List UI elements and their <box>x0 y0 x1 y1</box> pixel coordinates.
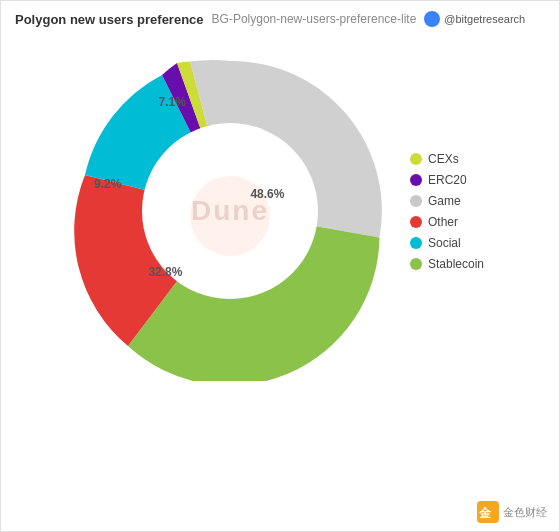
legend-item-erc20: ERC20 <box>410 173 500 187</box>
svg-point-1 <box>190 176 270 256</box>
donut-svg <box>60 41 400 381</box>
legend-color-social <box>410 237 422 249</box>
footer-text: 金色财经 <box>503 505 547 520</box>
legend-item-stablecoin: Stablecoin <box>410 257 500 271</box>
legend-color-game <box>410 195 422 207</box>
chart-area: Dune 48.6% 32.8% 9.2% 7.1% CEXsERC20Game… <box>1 31 559 391</box>
account-label: @bitgetresearch <box>444 13 525 25</box>
legend-color-cexs <box>410 153 422 165</box>
chart-legend: CEXsERC20GameOtherSocialStablecoin <box>400 152 500 271</box>
svg-text:金: 金 <box>478 506 492 520</box>
legend-item-game: Game <box>410 194 500 208</box>
chart-header: Polygon new users preference BG-Polygon-… <box>1 1 559 31</box>
chart-container: Polygon new users preference BG-Polygon-… <box>0 0 560 532</box>
legend-item-social: Social <box>410 236 500 250</box>
legend-label-social: Social <box>428 236 461 250</box>
legend-item-other: Other <box>410 215 500 229</box>
legend-label-cexs: CEXs <box>428 152 459 166</box>
jinse-icon: 金 <box>477 501 499 523</box>
chart-title: Polygon new users preference <box>15 12 204 27</box>
chart-subtitle: BG-Polygon-new-users-preference-lite <box>212 12 417 26</box>
legend-label-erc20: ERC20 <box>428 173 467 187</box>
legend-color-erc20 <box>410 174 422 186</box>
footer: 金 金色财经 <box>477 501 547 523</box>
legend-color-other <box>410 216 422 228</box>
dune-badge: @bitgetresearch <box>424 11 525 27</box>
donut-chart: Dune 48.6% 32.8% 9.2% 7.1% <box>60 41 400 381</box>
dune-dot-icon <box>424 11 440 27</box>
legend-label-game: Game <box>428 194 461 208</box>
legend-item-cexs: CEXs <box>410 152 500 166</box>
legend-color-stablecoin <box>410 258 422 270</box>
legend-label-stablecoin: Stablecoin <box>428 257 484 271</box>
legend-label-other: Other <box>428 215 458 229</box>
